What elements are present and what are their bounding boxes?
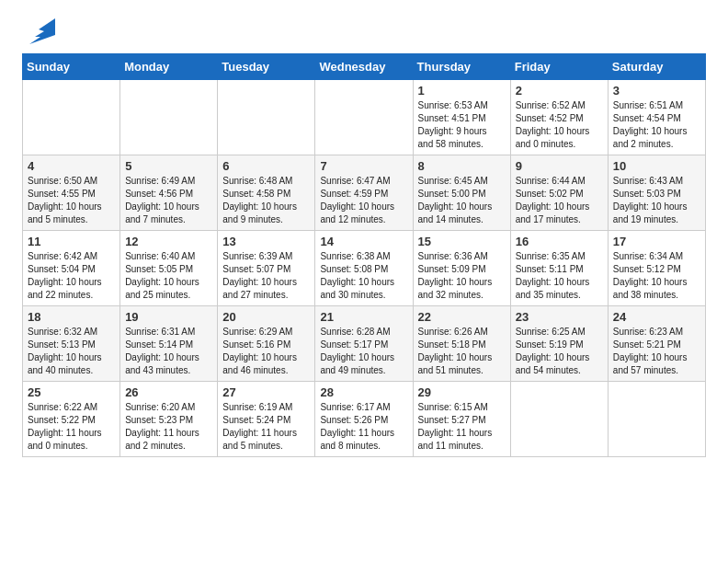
day-info: Sunrise: 6:51 AM Sunset: 4:54 PM Dayligh… [613,99,700,151]
day-number: 22 [418,310,506,324]
day-info: Sunrise: 6:38 AM Sunset: 5:08 PM Dayligh… [320,250,407,302]
day-number: 11 [28,235,115,248]
day-number: 17 [613,235,700,248]
day-number: 13 [222,235,310,248]
calendar-day-20: 20Sunrise: 6:29 AM Sunset: 5:16 PM Dayli… [218,306,315,382]
day-number: 3 [613,84,700,98]
day-number: 8 [418,159,506,173]
header-day-sunday: Sunday [23,54,120,80]
calendar-day-4: 4Sunrise: 6:50 AM Sunset: 4:55 PM Daylig… [23,155,120,231]
calendar-empty-cell [23,80,120,155]
day-info: Sunrise: 6:42 AM Sunset: 5:04 PM Dayligh… [28,250,115,302]
day-info: Sunrise: 6:40 AM Sunset: 5:05 PM Dayligh… [125,250,212,302]
calendar-empty-cell [510,382,608,457]
calendar-day-2: 2Sunrise: 6:52 AM Sunset: 4:52 PM Daylig… [510,80,608,155]
header-day-wednesday: Wednesday [315,54,413,80]
calendar-day-7: 7Sunrise: 6:47 AM Sunset: 4:59 PM Daylig… [315,155,413,231]
calendar-week-2: 4Sunrise: 6:50 AM Sunset: 4:55 PM Daylig… [23,155,706,231]
day-info: Sunrise: 6:35 AM Sunset: 5:11 PM Dayligh… [516,250,603,302]
calendar-day-12: 12Sunrise: 6:40 AM Sunset: 5:05 PM Dayli… [120,231,218,306]
calendar-day-23: 23Sunrise: 6:25 AM Sunset: 5:19 PM Dayli… [510,306,608,382]
day-info: Sunrise: 6:26 AM Sunset: 5:18 PM Dayligh… [418,326,506,377]
calendar-day-24: 24Sunrise: 6:23 AM Sunset: 5:21 PM Dayli… [608,306,705,382]
header-day-tuesday: Tuesday [218,54,315,80]
calendar-day-25: 25Sunrise: 6:22 AM Sunset: 5:22 PM Dayli… [23,382,120,457]
calendar-day-16: 16Sunrise: 6:35 AM Sunset: 5:11 PM Dayli… [510,231,608,306]
day-number: 6 [222,159,310,173]
header-day-saturday: Saturday [608,54,705,80]
day-info: Sunrise: 6:50 AM Sunset: 4:55 PM Dayligh… [28,175,115,226]
day-info: Sunrise: 6:19 AM Sunset: 5:24 PM Dayligh… [222,401,310,453]
calendar-week-4: 18Sunrise: 6:32 AM Sunset: 5:13 PM Dayli… [23,306,706,382]
day-number: 21 [320,310,407,324]
day-number: 27 [222,385,310,399]
calendar-body: 1Sunrise: 6:53 AM Sunset: 4:51 PM Daylig… [23,80,706,457]
day-info: Sunrise: 6:23 AM Sunset: 5:21 PM Dayligh… [613,326,700,377]
calendar-day-28: 28Sunrise: 6:17 AM Sunset: 5:26 PM Dayli… [315,382,413,457]
day-number: 2 [516,84,603,98]
calendar-day-10: 10Sunrise: 6:43 AM Sunset: 5:03 PM Dayli… [608,155,705,231]
day-number: 10 [613,159,700,173]
calendar-empty-cell [120,80,218,155]
calendar-header-row: SundayMondayTuesdayWednesdayThursdayFrid… [23,54,706,80]
day-number: 9 [516,159,603,173]
day-number: 26 [125,385,212,399]
day-info: Sunrise: 6:44 AM Sunset: 5:02 PM Dayligh… [516,175,603,226]
day-info: Sunrise: 6:28 AM Sunset: 5:17 PM Dayligh… [320,326,407,377]
calendar-empty-cell [608,382,705,457]
day-info: Sunrise: 6:32 AM Sunset: 5:13 PM Dayligh… [28,326,115,377]
calendar-day-29: 29Sunrise: 6:15 AM Sunset: 5:27 PM Dayli… [413,382,510,457]
calendar-day-3: 3Sunrise: 6:51 AM Sunset: 4:54 PM Daylig… [608,80,705,155]
day-info: Sunrise: 6:36 AM Sunset: 5:09 PM Dayligh… [418,250,506,302]
day-info: Sunrise: 6:34 AM Sunset: 5:12 PM Dayligh… [613,250,700,302]
day-info: Sunrise: 6:17 AM Sunset: 5:26 PM Dayligh… [320,401,407,453]
calendar-week-1: 1Sunrise: 6:53 AM Sunset: 4:51 PM Daylig… [23,80,706,155]
day-info: Sunrise: 6:45 AM Sunset: 5:00 PM Dayligh… [418,175,506,226]
day-number: 19 [125,310,212,324]
day-number: 5 [125,159,212,173]
calendar-day-11: 11Sunrise: 6:42 AM Sunset: 5:04 PM Dayli… [23,231,120,306]
day-info: Sunrise: 6:39 AM Sunset: 5:07 PM Dayligh… [222,250,310,302]
header-day-monday: Monday [120,54,218,80]
day-info: Sunrise: 6:29 AM Sunset: 5:16 PM Dayligh… [222,326,310,377]
calendar-day-21: 21Sunrise: 6:28 AM Sunset: 5:17 PM Dayli… [315,306,413,382]
day-number: 12 [125,235,212,248]
day-number: 25 [28,385,115,399]
day-number: 20 [222,310,310,324]
header-day-thursday: Thursday [413,54,510,80]
day-number: 4 [28,159,115,173]
day-number: 15 [418,235,506,248]
calendar-day-18: 18Sunrise: 6:32 AM Sunset: 5:13 PM Dayli… [23,306,120,382]
calendar-empty-cell [218,80,315,155]
logo-icon [22,18,55,46]
day-number: 29 [418,385,506,399]
page-header [22,18,706,46]
day-number: 23 [516,310,603,324]
calendar-day-17: 17Sunrise: 6:34 AM Sunset: 5:12 PM Dayli… [608,231,705,306]
calendar-day-8: 8Sunrise: 6:45 AM Sunset: 5:00 PM Daylig… [413,155,510,231]
day-info: Sunrise: 6:43 AM Sunset: 5:03 PM Dayligh… [613,175,700,226]
calendar-day-19: 19Sunrise: 6:31 AM Sunset: 5:14 PM Dayli… [120,306,218,382]
day-info: Sunrise: 6:48 AM Sunset: 4:58 PM Dayligh… [222,175,310,226]
logo [22,18,59,46]
day-info: Sunrise: 6:52 AM Sunset: 4:52 PM Dayligh… [516,99,603,151]
calendar-day-9: 9Sunrise: 6:44 AM Sunset: 5:02 PM Daylig… [510,155,608,231]
calendar-week-3: 11Sunrise: 6:42 AM Sunset: 5:04 PM Dayli… [23,231,706,306]
calendar-week-5: 25Sunrise: 6:22 AM Sunset: 5:22 PM Dayli… [23,382,706,457]
day-number: 18 [28,310,115,324]
day-info: Sunrise: 6:25 AM Sunset: 5:19 PM Dayligh… [516,326,603,377]
calendar-day-15: 15Sunrise: 6:36 AM Sunset: 5:09 PM Dayli… [413,231,510,306]
day-number: 16 [516,235,603,248]
calendar-day-14: 14Sunrise: 6:38 AM Sunset: 5:08 PM Dayli… [315,231,413,306]
day-number: 24 [613,310,700,324]
header-day-friday: Friday [510,54,608,80]
calendar-day-5: 5Sunrise: 6:49 AM Sunset: 4:56 PM Daylig… [120,155,218,231]
day-info: Sunrise: 6:49 AM Sunset: 4:56 PM Dayligh… [125,175,212,226]
calendar-table: SundayMondayTuesdayWednesdayThursdayFrid… [22,53,706,457]
day-number: 14 [320,235,407,248]
calendar-day-26: 26Sunrise: 6:20 AM Sunset: 5:23 PM Dayli… [120,382,218,457]
day-info: Sunrise: 6:31 AM Sunset: 5:14 PM Dayligh… [125,326,212,377]
day-number: 7 [320,159,407,173]
day-number: 1 [418,84,506,98]
day-info: Sunrise: 6:22 AM Sunset: 5:22 PM Dayligh… [28,401,115,453]
